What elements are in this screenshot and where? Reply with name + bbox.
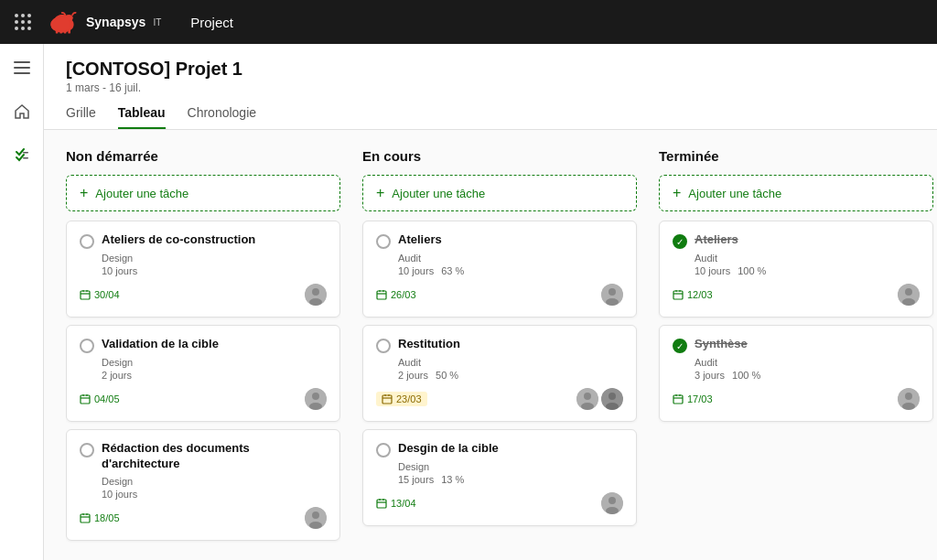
task-card-t4: Ateliers Audit 10 jours 63 % 26/03: [362, 221, 637, 318]
svg-rect-10: [14, 67, 30, 69]
content-area: [CONTOSO] Projet 1 1 mars - 16 juil. Gri…: [44, 44, 937, 560]
task-category-t8: Audit: [695, 357, 920, 368]
calendar-icon-t3: [80, 512, 91, 523]
task-duration-t4: 10 jours 63 %: [398, 265, 623, 276]
task-status-t6[interactable]: [376, 443, 391, 458]
task-date-t4: 26/03: [376, 289, 416, 300]
task-duration-t3: 10 jours: [102, 489, 327, 500]
task-title-t5: Restitution: [398, 337, 460, 352]
kanban-board: Non démarrée + Ajouter une tâche Atelier…: [44, 130, 937, 560]
task-title-t6: Desgin de la cible: [398, 441, 499, 457]
sidebar: [0, 44, 44, 560]
svg-point-51: [606, 403, 619, 410]
svg-point-4: [50, 17, 70, 32]
svg-rect-6: [59, 30, 62, 34]
svg-point-26: [312, 393, 319, 400]
column-terminee: Terminée + Ajouter une tâche ✓ Ateliers …: [659, 148, 933, 542]
svg-rect-14: [81, 291, 90, 299]
add-task-label-3: Ajouter une tâche: [688, 187, 781, 200]
task-status-t7[interactable]: ✓: [673, 234, 687, 249]
task-duration-t7: 10 jours 100 %: [695, 265, 920, 276]
task-status-t5[interactable]: [376, 339, 391, 353]
task-status-t3[interactable]: [80, 443, 94, 458]
task-title-t7: Ateliers: [695, 232, 738, 248]
task-status-t1[interactable]: [80, 234, 94, 249]
task-card-t7: ✓ Ateliers Audit 10 jours 100 % 12/03: [659, 221, 933, 318]
task-category-t4: Audit: [398, 253, 623, 264]
avatar-t6: [601, 492, 623, 514]
project-title: [CONTOSO] Projet 1: [66, 59, 915, 80]
task-category-t2: Design: [102, 357, 327, 368]
task-status-t2[interactable]: [80, 339, 94, 353]
tab-tableau[interactable]: Tableau: [118, 105, 166, 129]
column-non-demarree: Non démarrée + Ajouter une tâche Atelier…: [66, 148, 340, 542]
task-title-t3: Rédaction des documents d'architecture: [102, 441, 327, 472]
svg-rect-7: [64, 30, 67, 34]
avatar-t1: [305, 284, 327, 306]
project-header: [CONTOSO] Projet 1 1 mars - 16 juil. Gri…: [44, 44, 937, 130]
project-dates: 1 mars - 16 juil.: [66, 81, 915, 94]
svg-point-33: [312, 512, 319, 519]
task-category-t5: Audit: [398, 357, 623, 368]
svg-point-19: [312, 288, 319, 296]
calendar-icon-t6: [376, 498, 387, 509]
brand-name: Synapsys: [86, 15, 145, 29]
add-task-en-cours[interactable]: + Ajouter une tâche: [362, 175, 637, 211]
calendar-icon-t4: [376, 289, 387, 300]
add-task-terminee[interactable]: + Ajouter une tâche: [659, 175, 933, 211]
task-title-t2: Validation de la cible: [102, 337, 219, 352]
task-category-t3: Design: [102, 476, 327, 487]
task-duration-t8: 3 jours 100 %: [695, 370, 920, 381]
svg-point-72: [902, 403, 915, 410]
svg-rect-66: [673, 395, 683, 404]
svg-point-20: [309, 298, 322, 306]
plus-icon-2: +: [376, 185, 384, 201]
sidebar-menu-icon[interactable]: [9, 55, 35, 81]
plus-icon: +: [80, 185, 88, 201]
task-card-t6: Desgin de la cible Design 15 jours 13 % …: [362, 429, 637, 526]
app-grid-icon[interactable]: [15, 14, 31, 30]
column-header-en-cours: En cours: [362, 148, 637, 164]
svg-point-71: [905, 393, 912, 400]
main-layout: [CONTOSO] Projet 1 1 mars - 16 juil. Gri…: [0, 44, 937, 560]
calendar-icon-t8: [673, 393, 684, 404]
task-status-t8[interactable]: ✓: [673, 339, 687, 353]
task-status-t4[interactable]: [376, 234, 391, 249]
brand-suffix: IT: [153, 17, 161, 27]
task-date-t7: 12/03: [673, 289, 713, 300]
svg-rect-8: [68, 29, 70, 34]
svg-point-34: [309, 522, 322, 529]
sidebar-tasks-icon[interactable]: [9, 143, 35, 168]
task-date-t5: 23/03: [376, 392, 427, 406]
task-date-t6: 13/04: [376, 498, 416, 509]
task-card-t3: Rédaction des documents d'architecture D…: [66, 429, 340, 541]
svg-point-57: [609, 497, 616, 504]
tab-chronologie[interactable]: Chronologie: [188, 105, 257, 129]
svg-rect-28: [81, 514, 90, 522]
svg-rect-9: [14, 61, 30, 63]
task-date-t2: 04/05: [80, 393, 120, 404]
svg-point-48: [581, 403, 594, 410]
task-date-t1: 30/04: [80, 289, 120, 300]
navbar-project-title: Project: [190, 15, 233, 30]
task-date-t8: 17/03: [673, 393, 713, 404]
svg-rect-59: [673, 291, 683, 299]
svg-point-41: [606, 298, 619, 306]
calendar-icon-t2: [80, 393, 91, 404]
plus-icon-3: +: [673, 185, 681, 201]
task-card-t8: ✓ Synthèse Audit 3 jours 100 % 17/03: [659, 325, 933, 422]
tab-grille[interactable]: Grille: [66, 105, 96, 129]
task-title-t8: Synthèse: [695, 337, 748, 352]
avatar-t4: [601, 284, 623, 306]
avatar-t7: [898, 284, 920, 306]
sidebar-home-icon[interactable]: [9, 99, 35, 124]
svg-rect-13: [23, 157, 28, 159]
brand: Synapsys IT: [46, 9, 161, 35]
non-demarree-scroll[interactable]: Ateliers de co-construction Design 10 jo…: [66, 221, 340, 548]
avatar-t3: [305, 507, 327, 529]
calendar-icon: [80, 289, 91, 300]
avatar-group-t5: [576, 388, 623, 410]
brand-logo-icon: [46, 9, 79, 35]
task-card-t1: Ateliers de co-construction Design 10 jo…: [66, 221, 340, 318]
add-task-non-demarree[interactable]: + Ajouter une tâche: [66, 175, 340, 211]
